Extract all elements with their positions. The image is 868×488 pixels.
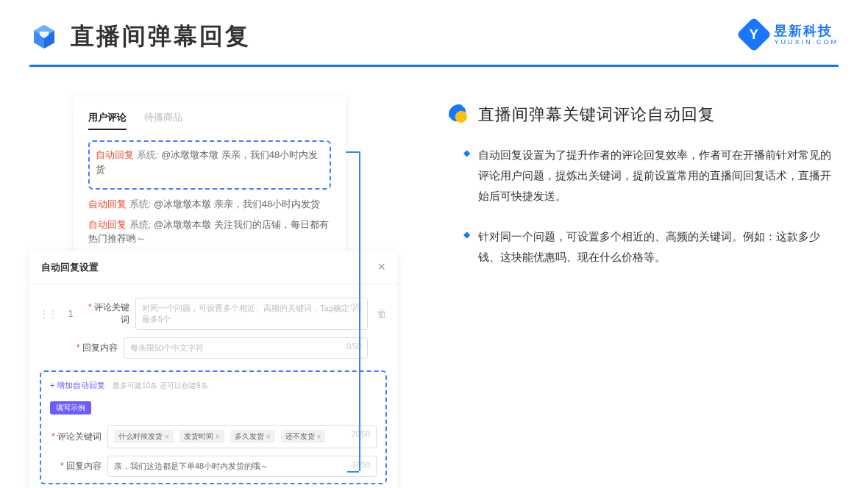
message-row: 自动回复 系统: @冰墩墩本墩 亲亲，我们48小时内发货 bbox=[88, 197, 331, 212]
auto-reply-badge: 自动回复 bbox=[96, 149, 134, 160]
tag[interactable]: 什么时候发货 bbox=[114, 430, 174, 443]
settings-panel: 自动回复设置 × ⋮⋮ 1 评论关键词 对同一个问题，可设置多个相近、高频的关键… bbox=[29, 251, 397, 488]
add-rule-hint: 最多可建10条 还可以创建9条 bbox=[113, 381, 207, 390]
message-row: 自动回复 系统: @冰墩墩本墩 关注我们的店铺，每日都有热门推荐哟～ bbox=[88, 218, 331, 246]
tag[interactable]: 多久发货 bbox=[230, 430, 275, 443]
tab-products[interactable]: 待播商品 bbox=[144, 111, 182, 130]
cube-icon bbox=[29, 22, 59, 51]
tail-count: /50 bbox=[40, 484, 387, 488]
bullet-item: 针对同一个问题，可设置多个相近的、高频的关键词。例如：这款多少钱、这块能优惠吗、… bbox=[463, 226, 839, 268]
add-rule-link[interactable]: + 增加自动回复 bbox=[50, 380, 105, 391]
content-label: 回复内容 bbox=[72, 342, 118, 354]
connector-line bbox=[346, 151, 359, 153]
tab-user-comments[interactable]: 用户评论 bbox=[88, 111, 127, 130]
keyword-input[interactable]: 对同一个问题，可设置多个相近、高频的关键词，Tag确定，最多5个 0/5 bbox=[135, 298, 368, 330]
mockup-area: 用户评论 待播商品 自动回复 系统: @冰墩墩本墩 亲亲，我们48小时内发货 自… bbox=[29, 96, 412, 456]
example-badge: 填写示例 bbox=[50, 401, 91, 415]
ex-content-input[interactable]: 亲，我们这边都是下单48小时内发货的哦～ 37/50 bbox=[107, 456, 377, 477]
comments-panel: 用户评论 待播商品 自动回复 系统: @冰墩墩本墩 亲亲，我们48小时内发货 自… bbox=[74, 96, 346, 262]
tabs: 用户评论 待播商品 bbox=[88, 111, 331, 130]
tag[interactable]: 发货时间 bbox=[179, 430, 224, 443]
tag[interactable]: 还不发货 bbox=[281, 430, 326, 443]
ex-keyword-input[interactable]: 什么时候发货 发货时间 多久发货 还不发货 20/50 bbox=[107, 425, 377, 448]
brand-logo: 昱新科技 YUUXIN.COM bbox=[741, 22, 839, 47]
brand-cn: 昱新科技 bbox=[774, 24, 839, 37]
content-input[interactable]: 每条限50个中文字符 0/50 bbox=[124, 337, 368, 359]
section-icon bbox=[449, 104, 469, 125]
brand-en: YUUXIN.COM bbox=[774, 39, 839, 46]
close-icon[interactable]: × bbox=[377, 259, 385, 275]
brand-icon bbox=[736, 17, 772, 52]
section-title: 直播间弹幕关键词评论自动回复 bbox=[478, 104, 715, 126]
drag-icon[interactable]: ⋮⋮ bbox=[40, 309, 57, 319]
page-title: 直播间弹幕回复 bbox=[71, 21, 251, 53]
ex-content-label: 回复内容 bbox=[50, 460, 102, 473]
keyword-label: 评论关键词 bbox=[84, 301, 129, 326]
ex-keyword-label: 评论关键词 bbox=[50, 431, 102, 443]
settings-title: 自动回复设置 bbox=[41, 261, 99, 274]
rule-index: 1 bbox=[63, 309, 78, 319]
delete-icon[interactable]: 🗑 bbox=[377, 308, 387, 320]
example-highlight: + 增加自动回复 最多可建10条 还可以创建9条 填写示例 评论关键词 什么时候… bbox=[40, 370, 387, 484]
highlighted-message: 自动回复 系统: @冰墩墩本墩 亲亲，我们48小时内发货 bbox=[88, 140, 331, 190]
bullet-item: 自动回复设置为了提升作者的评论回复效率，作者可在开播前针对常见的评论用户问题，提… bbox=[463, 145, 839, 206]
description-column: 直播间弹幕关键词评论自动回复 自动回复设置为了提升作者的评论回复效率，作者可在开… bbox=[449, 96, 839, 456]
